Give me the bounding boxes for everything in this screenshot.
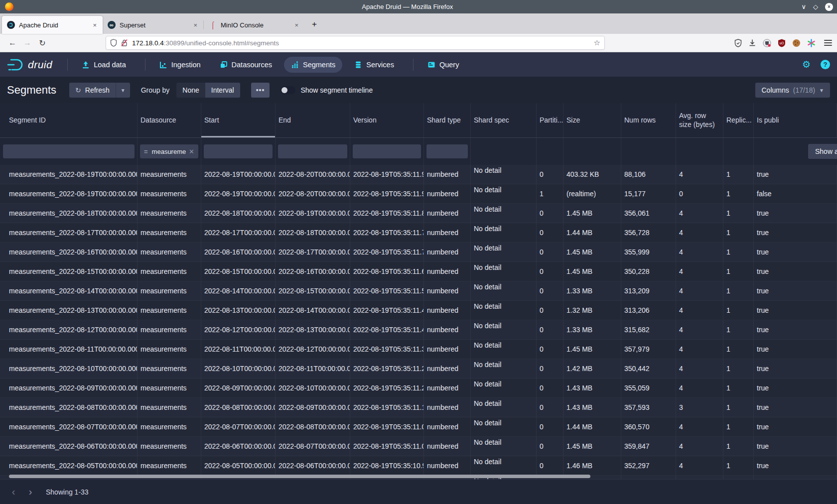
protections-shield-icon[interactable]	[734, 39, 742, 47]
url-bar[interactable]: 172.18.0.4:30899/unified-console.html#se…	[106, 36, 605, 50]
ublock-icon[interactable]: uO	[778, 39, 786, 47]
segments-table: Segment ID Datasource Start End Version …	[0, 103, 837, 479]
maximize-icon[interactable]: ◇	[813, 3, 818, 10]
cell-shard-spec: No detail	[471, 417, 537, 436]
minimize-icon[interactable]: ∨	[801, 3, 806, 10]
table-row[interactable]: measurements_2022-08-19T00:00:00.000Z...…	[0, 184, 837, 204]
table-row[interactable]: measurements_2022-08-11T00:00:00.000Z...…	[0, 340, 837, 359]
scrollbar-thumb[interactable]	[9, 475, 590, 478]
extension-star-icon[interactable]	[807, 39, 816, 47]
cell-replicas: 1	[723, 398, 754, 417]
column-header-segment-id[interactable]: Segment ID	[0, 103, 138, 137]
bookmark-star-icon[interactable]: ☆	[594, 38, 600, 47]
table-row[interactable]: measurements_2022-08-06T00:00:00.000Z...…	[0, 437, 837, 456]
cell-num-rows: 355,059	[621, 378, 676, 397]
cell-num-rows: 360,570	[621, 417, 676, 436]
column-header-datasource[interactable]: Datasource	[138, 103, 201, 137]
table-row[interactable]: measurements_2022-08-13T00:00:00.000Z...…	[0, 301, 837, 320]
filter-datasource[interactable]: = measureme ✕	[140, 144, 198, 158]
segment-timeline-label: Show segment timeline	[300, 86, 373, 94]
filter-end[interactable]	[278, 144, 347, 158]
nav-item-query[interactable]: Query	[420, 57, 466, 73]
container-mask-icon[interactable]	[763, 39, 771, 47]
table-row[interactable]: measurements_2022-08-05T00:00:00.000Z...…	[0, 456, 837, 476]
tab-close-icon[interactable]: ×	[92, 21, 98, 29]
table-row[interactable]: measurements_2022-08-14T00:00:00.000Z...…	[0, 281, 837, 301]
table-row[interactable]: measurements_2022-08-07T00:00:00.000Z...…	[0, 417, 837, 437]
table-row[interactable]: measurements_2022-08-19T00:00:00.000Z...…	[0, 165, 837, 184]
cookie-icon[interactable]	[792, 39, 801, 47]
nav-item-services[interactable]: Services	[347, 57, 401, 73]
table-row[interactable]: measurements_2022-08-12T00:00:00.000Z...…	[0, 320, 837, 340]
help-icon[interactable]: ?	[821, 60, 830, 69]
filter-segment-id[interactable]	[3, 144, 135, 158]
column-header-replicas[interactable]: Replic...	[723, 103, 754, 137]
next-page-button[interactable]: ›	[22, 484, 39, 501]
cell-avg-row-size: 3	[676, 398, 723, 417]
tab-apache-druid[interactable]: Ɔ Apache Druid ×	[2, 16, 103, 34]
column-header-version[interactable]: Version	[350, 103, 424, 137]
back-button[interactable]: ←	[5, 36, 20, 50]
tab-superset[interactable]: ∞ Superset ×	[103, 16, 203, 34]
filter-version[interactable]	[353, 144, 421, 158]
url-text[interactable]: 172.18.0.4:30899/unified-console.html#se…	[132, 39, 594, 47]
column-header-size[interactable]: Size	[563, 103, 621, 137]
group-by-interval-button[interactable]: Interval	[205, 83, 240, 98]
tab-minio-console[interactable]: ⌠ MinIO Console ×	[204, 16, 304, 34]
new-tab-button[interactable]: +	[307, 17, 321, 31]
previous-page-button[interactable]: ‹	[5, 484, 22, 501]
menu-icon[interactable]	[824, 40, 832, 46]
refresh-dropdown-button[interactable]: ▼	[116, 83, 130, 98]
column-header-start[interactable]: Start	[201, 103, 276, 137]
refresh-button[interactable]: ↻ Refresh	[69, 83, 116, 98]
column-header-shard-type[interactable]: Shard type	[424, 103, 471, 137]
downloads-icon[interactable]	[748, 39, 756, 47]
nav-item-ingestion[interactable]: Ingestion	[152, 57, 208, 73]
tab-close-icon[interactable]: ×	[192, 21, 198, 29]
show-all-filter-button[interactable]: Show all	[808, 144, 837, 159]
settings-gear-icon[interactable]: ⚙	[802, 59, 811, 70]
nav-item-segments[interactable]: Segments	[284, 57, 342, 73]
tracking-shield-icon[interactable]	[110, 39, 117, 47]
close-icon[interactable]: ×	[825, 3, 833, 11]
table-row[interactable]: measurements_2022-08-09T00:00:00.000Z...…	[0, 378, 837, 398]
cell-segment-id: measurements_2022-08-06T00:00:00.000Z...	[0, 437, 138, 456]
nav-item-datasources[interactable]: Datasources	[213, 57, 279, 73]
column-header-avg-row-size[interactable]: Avg. row size (bytes)	[676, 103, 723, 137]
cell-segment-id: measurements_2022-08-19T00:00:00.000Z...	[0, 165, 138, 184]
group-by-none-button[interactable]: None	[176, 83, 205, 98]
cell-avg-row-size: 4	[676, 223, 723, 242]
clear-filter-icon[interactable]: ✕	[189, 148, 194, 155]
columns-button[interactable]: Columns (17/18) ▼	[755, 83, 830, 98]
column-header-num-rows[interactable]: Num rows	[621, 103, 676, 137]
filter-start[interactable]	[204, 144, 273, 158]
cell-replicas: 1	[723, 243, 754, 261]
table-row[interactable]: measurements_2022-08-15T00:00:00.000Z...…	[0, 262, 837, 281]
druid-logo[interactable]: druid	[7, 58, 52, 71]
segment-timeline-toggle[interactable]	[280, 86, 295, 94]
table-row[interactable]: measurements_2022-08-10T00:00:00.000Z...…	[0, 359, 837, 378]
cell-partition: 0	[537, 417, 563, 436]
column-header-partition[interactable]: Partiti...	[537, 103, 563, 137]
forward-button[interactable]: →	[20, 36, 35, 50]
insecure-lock-icon[interactable]	[121, 39, 128, 47]
datasources-icon	[220, 61, 228, 69]
table-row[interactable]: measurements_2022-08-16T00:00:00.000Z...…	[0, 243, 837, 262]
cell-segment-id: measurements_2022-08-17T00:00:00.000Z...	[0, 223, 138, 242]
cell-version: 2022-08-19T05:35:11.7...	[350, 243, 424, 261]
table-row[interactable]: measurements_2022-08-18T00:00:00.000Z...…	[0, 204, 837, 223]
column-header-end[interactable]: End	[276, 103, 350, 137]
cell-num-rows: 355,999	[621, 243, 676, 261]
reload-button[interactable]: ↻	[35, 36, 50, 50]
cell-shard-spec: No detail	[471, 262, 537, 281]
nav-item-load-data[interactable]: Load data	[75, 57, 133, 73]
cell-start: 2022-08-13T00:00:00.0...	[201, 301, 276, 320]
tab-close-icon[interactable]: ×	[293, 21, 299, 29]
table-row[interactable]: measurements_2022-08-17T00:00:00.000Z...…	[0, 223, 837, 243]
filter-shard-type[interactable]	[426, 144, 468, 158]
cell-replicas: 1	[723, 184, 754, 203]
table-row[interactable]: measurements_2022-08-08T00:00:00.000Z...…	[0, 398, 837, 417]
more-options-button[interactable]: •••	[251, 83, 270, 98]
column-header-is-published[interactable]: Is publi	[754, 103, 837, 137]
column-header-shard-spec[interactable]: Shard spec	[471, 103, 537, 137]
